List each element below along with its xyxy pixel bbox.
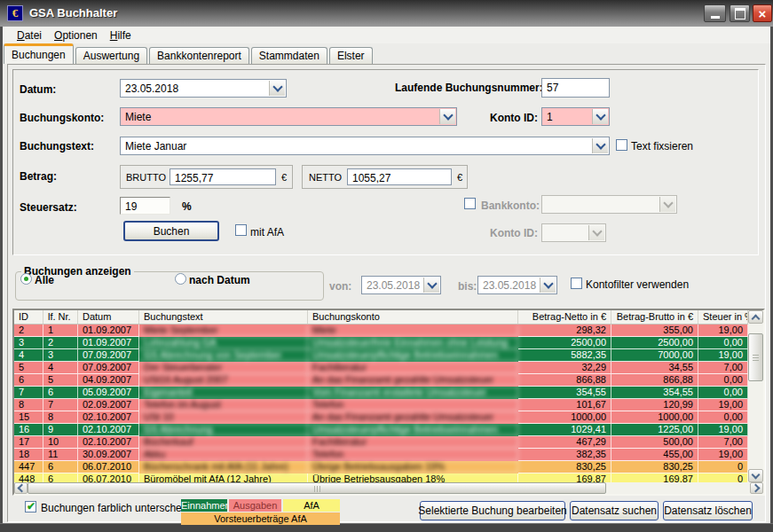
farblich-unterscheiden-checkbox[interactable]: [25, 501, 36, 512]
cell-datum: 06.07.2010: [78, 473, 139, 482]
cell-id: 4: [14, 349, 43, 362]
text-fixieren-checkbox[interactable]: [616, 139, 627, 151]
table-row[interactable]: 6 5 04.09.2007 USt16 August 2007 An das …: [14, 374, 748, 387]
cell-buchungskonto: Umsatzsteuerpflichtige Betriebseinnahmen: [308, 424, 518, 436]
steuersatz-input[interactable]: 19: [120, 197, 170, 215]
cell-lfnr: 9: [43, 424, 78, 436]
col-steuer[interactable]: Steuer in %: [698, 310, 748, 324]
chevron-up-icon: [752, 314, 761, 323]
cell-buchungstext: Lohnzahlung GA: [139, 337, 308, 349]
cell-betrag-netto: 298,32: [518, 325, 611, 337]
cell-betrag-netto: 830,25: [518, 461, 611, 473]
cell-id: 15: [14, 411, 43, 424]
maximize-icon: [735, 8, 745, 20]
cell-id: 18: [14, 449, 43, 461]
table-row[interactable]: 3 2 01.09.2007 Lohnzahlung GA Umsatzsteu…: [14, 337, 748, 349]
table-row[interactable]: 15 8 02.10.2007 USt 10 An das Finanzamt …: [14, 411, 748, 424]
vertical-scroll-thumb[interactable]: [748, 333, 763, 381]
vertical-scrollbar[interactable]: [748, 310, 763, 482]
col-id[interactable]: ID: [14, 310, 43, 324]
tab-auswertung[interactable]: Auswertung: [75, 47, 147, 64]
buchungskonto-select[interactable]: Miete: [120, 107, 457, 126]
col-betrag-netto[interactable]: Betrag-Netto in €: [518, 310, 611, 324]
col-datum[interactable]: Datum: [78, 310, 139, 324]
mit-afa-checkbox[interactable]: [235, 224, 247, 236]
datensatz-suchen-button[interactable]: Datensatz suchen: [570, 501, 659, 520]
col-buchungstext[interactable]: Buchungstext: [139, 310, 308, 324]
cell-lfnr: 5: [43, 374, 78, 387]
chevron-down-icon[interactable]: [269, 81, 285, 96]
cell-datum: 01.09.2007: [78, 325, 139, 337]
table-row[interactable]: 2 1 01.09.2007 Miete September Miete 298…: [14, 325, 748, 337]
cell-steuer: 19,00: [698, 349, 748, 362]
table-row[interactable]: 447 6 06.07.2010 Bücherschrank mit AfA (…: [14, 461, 748, 473]
cell-steuer: 0,00: [698, 411, 748, 424]
cell-betrag-brutto: 2500,00: [611, 337, 698, 349]
buchungsnummer-input[interactable]: 57: [541, 78, 610, 98]
buchen-button[interactable]: Buchen: [123, 221, 219, 241]
tab-stammdaten[interactable]: Stammdaten: [251, 47, 327, 64]
cell-betrag-netto: 169,87: [518, 473, 611, 482]
netto-input[interactable]: 1055,27: [347, 168, 452, 185]
cell-datum: 02.10.2007: [78, 424, 139, 436]
chevron-down-icon[interactable]: [592, 138, 608, 153]
buchung-bearbeiten-button[interactable]: Selektierte Buchung bearbeiten: [420, 501, 565, 520]
bankkonto-checkbox[interactable]: [464, 198, 476, 209]
cell-steuer: 7,00: [698, 436, 748, 449]
table-row[interactable]: 17 10 02.10.2007 Bücherkauf Fachliteratu…: [14, 436, 748, 449]
table-row[interactable]: 4 3 07.09.2007 GS Abrechnung von Septemb…: [14, 349, 748, 362]
title-bar: € GSA Buchhalter ×: [0, 0, 773, 27]
datensatz-loeschen-button[interactable]: Datensatz löschen: [663, 501, 753, 520]
von-date-picker[interactable]: 23.05.2018: [361, 276, 441, 294]
alle-radio[interactable]: [20, 273, 32, 285]
table-row[interactable]: 5 4 07.09.2007 Der Steuerberater Fachlit…: [14, 362, 748, 374]
close-button[interactable]: ×: [753, 4, 772, 22]
cell-datum: 02.10.2007: [78, 436, 139, 449]
cell-betrag-netto: 467,29: [518, 436, 611, 449]
table-row[interactable]: 16 9 02.10.2007 GS Abrechnung Umsatzsteu…: [14, 424, 748, 436]
col-betrag-brutto[interactable]: Betrag-Brutto in €: [611, 310, 698, 324]
table-row[interactable]: 7 6 05.09.2007 Eigenanteil Vom Finanzamt…: [14, 387, 748, 399]
table-row[interactable]: 8 7 02.09.2007 Telefon im August Telefon…: [14, 399, 748, 411]
scroll-up-button[interactable]: [748, 310, 763, 324]
datum-picker[interactable]: 23.05.2018: [120, 79, 287, 98]
cell-buchungstext: Bücherschrank mit AfA (11 Jahre): [139, 461, 308, 473]
buchungskonto-label: Buchungskonto:: [20, 112, 104, 124]
brutto-input[interactable]: 1255,77: [170, 168, 276, 185]
chevron-down-icon[interactable]: [423, 278, 439, 293]
menu-datei[interactable]: Datei: [11, 28, 48, 43]
konto-id-select[interactable]: 1: [541, 107, 610, 126]
horizontal-scroll-thumb[interactable]: [28, 482, 606, 494]
bis-date-picker[interactable]: 23.05.2018: [477, 276, 557, 294]
cell-id: 2: [14, 325, 43, 337]
chevron-down-icon[interactable]: [592, 109, 608, 124]
menu-optionen[interactable]: Optionen: [48, 28, 104, 43]
cell-buchungstext: USt16 August 2007: [139, 374, 308, 387]
kontofilter-checkbox[interactable]: [571, 278, 582, 289]
tab-elster[interactable]: Elster: [329, 47, 373, 64]
cell-datum: 01.09.2007: [78, 337, 139, 349]
table-row[interactable]: 448 6 06.07.2010 Büromöbel mit AfA (12 J…: [14, 473, 748, 482]
tab-bankkontenreport[interactable]: Bankkontenreport: [149, 47, 249, 64]
cell-lfnr: 7: [43, 399, 78, 411]
menu-hilfe[interactable]: Hilfe: [104, 28, 138, 43]
scroll-down-button[interactable]: [748, 469, 763, 482]
horizontal-scrollbar[interactable]: [14, 482, 763, 494]
cell-id: 17: [14, 436, 43, 449]
nach-datum-radio[interactable]: [175, 273, 186, 285]
bis-label: bis:: [458, 280, 477, 293]
scroll-right-button[interactable]: [750, 482, 763, 494]
netto-group: NETTO 1055,27 €: [302, 165, 468, 189]
tab-buchungen[interactable]: Buchungen: [4, 43, 74, 64]
cell-buchungstext: Der Steuerberater: [139, 362, 308, 374]
table-row[interactable]: 18 11 30.09.2007 Akku Telefon 382,35 455…: [14, 449, 748, 461]
cell-datum: 02.09.2007: [78, 399, 139, 411]
chevron-down-icon[interactable]: [540, 278, 556, 293]
scroll-left-button[interactable]: [14, 482, 28, 494]
minimize-button[interactable]: [704, 4, 726, 22]
col-lfnr[interactable]: lf. Nr.: [43, 310, 78, 324]
chevron-down-icon[interactable]: [439, 109, 455, 124]
col-buchungskonto[interactable]: Buchungskonto: [308, 310, 518, 324]
maximize-button[interactable]: [730, 4, 750, 22]
buchungstext-select[interactable]: Miete Januar: [120, 137, 610, 155]
